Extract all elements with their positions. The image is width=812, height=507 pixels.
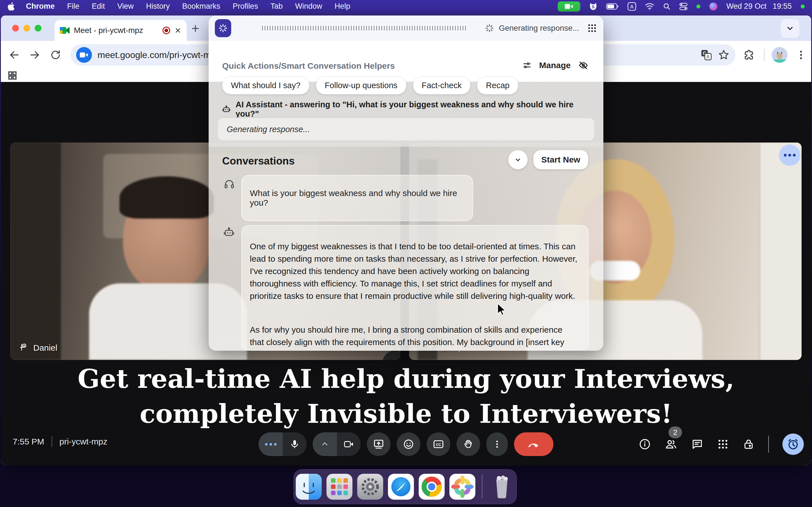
menu-file[interactable]: File bbox=[67, 2, 80, 11]
tab-search-chevron-button[interactable] bbox=[781, 19, 799, 38]
dock-photos-icon[interactable] bbox=[449, 474, 475, 500]
camera-button[interactable] bbox=[313, 432, 361, 456]
audio-waveform bbox=[262, 26, 468, 31]
dock-chrome-icon[interactable] bbox=[419, 474, 445, 500]
dock-finder-icon[interactable] bbox=[296, 474, 322, 500]
profile-avatar[interactable] bbox=[772, 47, 788, 63]
back-button[interactable] bbox=[9, 49, 20, 61]
raise-hand-button[interactable] bbox=[456, 432, 480, 456]
quick-action-follow-up-questions[interactable]: Follow-up questions bbox=[316, 76, 406, 94]
menu-help[interactable]: Help bbox=[335, 2, 350, 11]
robot-answer-icon bbox=[223, 226, 235, 238]
people-button[interactable]: 2 bbox=[665, 438, 677, 451]
menu-tab[interactable]: Tab bbox=[270, 2, 283, 11]
dock-settings-icon[interactable] bbox=[357, 474, 383, 500]
dock-trash-icon[interactable] bbox=[489, 474, 515, 500]
tile-pin-button[interactable] bbox=[382, 350, 400, 360]
answer-paragraph-2: As for why you should hire me, I bring a… bbox=[250, 324, 578, 351]
present-screen-button[interactable] bbox=[367, 432, 391, 456]
spotlight-search-icon[interactable] bbox=[663, 3, 670, 10]
end-call-button[interactable] bbox=[514, 432, 553, 456]
reload-button[interactable] bbox=[50, 49, 61, 61]
input-source-icon[interactable]: A bbox=[627, 2, 636, 11]
robot-icon bbox=[221, 105, 231, 114]
extension-floating-button[interactable] bbox=[779, 145, 801, 166]
answer-bubble[interactable]: One of my biggest weaknesses is that I t… bbox=[241, 225, 589, 351]
participant-name-left: Daniel bbox=[18, 343, 57, 353]
extensions-puzzle-icon[interactable] bbox=[743, 49, 755, 61]
camera-options-chevron[interactable] bbox=[313, 432, 337, 456]
svg-text:A: A bbox=[707, 54, 710, 59]
mouse-cursor bbox=[497, 303, 508, 317]
meeting-right-controls: 2 bbox=[639, 432, 804, 456]
wifi-icon[interactable] bbox=[645, 3, 654, 10]
activities-grid-icon[interactable] bbox=[717, 438, 729, 450]
divider bbox=[52, 436, 52, 447]
zoom-window-button[interactable] bbox=[35, 25, 42, 32]
minimize-window-button[interactable] bbox=[23, 25, 30, 32]
desktop: Chrome File Edit View History Bookmarks … bbox=[0, 0, 812, 507]
manage-control[interactable]: Manage bbox=[522, 60, 589, 71]
meeting-clock: 7:55 PM bbox=[13, 437, 44, 446]
menubar-time[interactable]: 19:55 bbox=[772, 2, 792, 11]
menu-app-name[interactable]: Chrome bbox=[26, 2, 55, 11]
room-door-left bbox=[10, 143, 61, 360]
macos-dock bbox=[294, 469, 517, 504]
cat-app-menu-icon[interactable]: S bbox=[589, 2, 597, 11]
quick-action-what-should-i-say[interactable]: What should I say? bbox=[222, 76, 309, 94]
assistant-app-icon[interactable] bbox=[215, 19, 231, 37]
mic-icon[interactable] bbox=[283, 432, 306, 456]
dock-launchpad-icon[interactable] bbox=[326, 474, 352, 500]
question-bubble[interactable]: What is your biggest weakness and why sh… bbox=[241, 175, 473, 221]
translate-icon[interactable]: GA bbox=[700, 49, 712, 61]
assistant-answering-line: AI Assistant - answering to "Hi, what is… bbox=[221, 100, 594, 119]
apple-menu-icon[interactable] bbox=[7, 2, 15, 11]
menu-window[interactable]: Window bbox=[295, 2, 322, 11]
camera-icon[interactable] bbox=[337, 432, 361, 456]
conversations-title: Conversations bbox=[222, 155, 295, 167]
bookmark-star-icon[interactable] bbox=[718, 49, 730, 61]
meeting-code: pri-ycwt-mpz bbox=[59, 437, 107, 446]
panel-header[interactable]: Generating response... bbox=[209, 15, 603, 41]
camera-active-indicator[interactable] bbox=[558, 1, 580, 11]
forward-button[interactable] bbox=[29, 49, 40, 61]
conversations-collapse-button[interactable] bbox=[508, 150, 527, 169]
battery-icon[interactable] bbox=[606, 3, 619, 10]
close-window-button[interactable] bbox=[12, 25, 19, 32]
reactions-button[interactable] bbox=[397, 432, 420, 456]
siri-icon[interactable] bbox=[709, 3, 717, 10]
tab-groups-grid-icon[interactable] bbox=[7, 70, 18, 81]
menu-profiles[interactable]: Profiles bbox=[233, 2, 258, 11]
start-new-button[interactable]: Start New bbox=[534, 150, 588, 169]
manage-label: Manage bbox=[539, 61, 571, 70]
chat-button[interactable] bbox=[691, 438, 703, 450]
quick-action-fact-check[interactable]: Fact-check bbox=[413, 76, 470, 94]
menu-edit[interactable]: Edit bbox=[92, 2, 105, 11]
meeting-info-icon[interactable] bbox=[639, 438, 651, 450]
host-controls-lock-icon[interactable] bbox=[742, 438, 755, 450]
chrome-menu-icon[interactable] bbox=[795, 49, 807, 61]
toolbar-divider bbox=[764, 49, 765, 61]
status-green-dot bbox=[696, 4, 700, 8]
tab-close-icon[interactable] bbox=[174, 27, 182, 34]
more-options-button[interactable] bbox=[486, 432, 508, 456]
new-tab-button[interactable] bbox=[190, 23, 200, 34]
menu-bookmarks[interactable]: Bookmarks bbox=[182, 2, 220, 11]
browser-tab[interactable]: Meet - pri-ycwt-mpz bbox=[55, 20, 187, 41]
control-center-icon[interactable] bbox=[679, 3, 688, 10]
hide-eye-off-icon[interactable] bbox=[578, 60, 589, 71]
quick-action-recap[interactable]: Recap bbox=[477, 76, 518, 94]
microphone-button[interactable] bbox=[259, 432, 306, 456]
recording-green-dot bbox=[801, 4, 805, 8]
dock-divider bbox=[482, 475, 483, 499]
menu-view[interactable]: View bbox=[117, 2, 134, 11]
menu-history[interactable]: History bbox=[146, 2, 170, 11]
apps-grid-icon[interactable] bbox=[587, 23, 597, 33]
site-camera-icon[interactable] bbox=[76, 47, 92, 63]
menubar-date[interactable]: Wed 29 Oct bbox=[726, 2, 766, 11]
dock-safari-icon[interactable] bbox=[388, 474, 414, 500]
generating-status: Generating response... bbox=[499, 24, 579, 33]
timer-extension-button[interactable] bbox=[782, 434, 804, 455]
captions-button[interactable]: CC bbox=[426, 432, 450, 456]
headphones-icon bbox=[223, 178, 235, 190]
